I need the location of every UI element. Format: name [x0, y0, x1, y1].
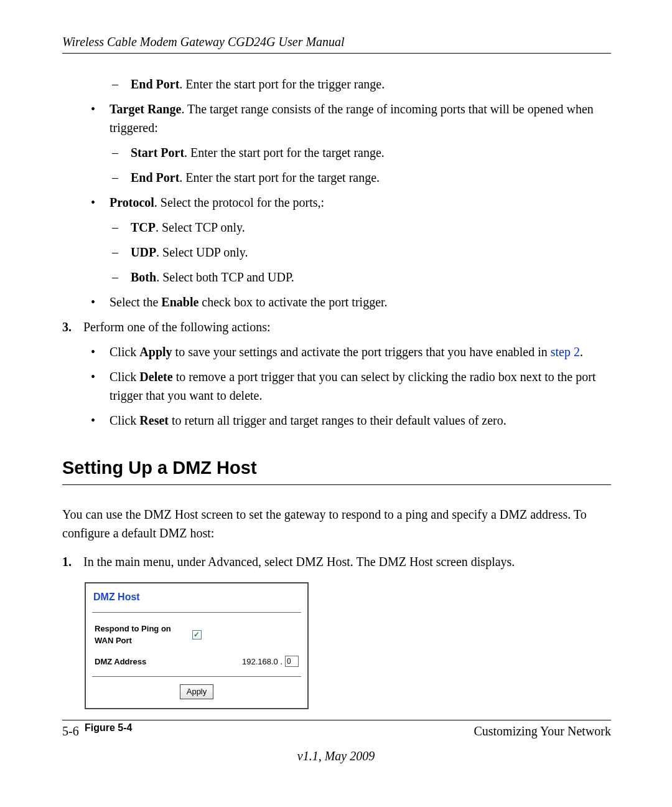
tcp-label: TCP — [131, 220, 156, 234]
screenshot-title: DMZ Host — [86, 583, 307, 608]
dmz-host-screenshot: DMZ Host Respond to Ping on WAN Port ✓ D… — [85, 582, 309, 709]
apply-mid: to save your settings and activate the p… — [172, 345, 551, 359]
sub-bullet-tcp: – TCP. Select TCP only. — [62, 218, 611, 237]
bullet-reset: • Click Reset to return all trigger and … — [62, 411, 611, 430]
dmz-address-value: 192.168.0 . 0 — [242, 656, 299, 668]
sub-bullet-start-port: – Start Port. Enter the start port for t… — [62, 143, 611, 162]
enable-bold: Enable — [161, 295, 198, 309]
start-port-label: Start Port — [131, 146, 184, 159]
end-port-target-text: . Enter the start port for the target ra… — [179, 171, 380, 184]
sub-bullet-end-port-target: – End Port. Enter the start port for the… — [62, 168, 611, 187]
end-port-target-label: End Port — [131, 171, 179, 184]
page-header: Wireless Cable Modem Gateway CGD24G User… — [62, 35, 611, 54]
section-heading-dmz: Setting Up a DMZ Host — [62, 455, 611, 485]
step-1-text: In the main menu, under Advanced, select… — [83, 552, 515, 571]
bullet-delete: • Click Delete to remove a port trigger … — [62, 367, 611, 405]
end-port-trigger-text: . Enter the start port for the trigger r… — [179, 77, 385, 91]
reset-bold: Reset — [139, 413, 169, 427]
screenshot-divider — [92, 612, 301, 613]
page-footer: 5-6 Customizing Your Network — [62, 720, 611, 739]
target-range-label: Target Range — [110, 102, 181, 116]
main-content: – End Port. Enter the start port for the… — [62, 75, 611, 735]
apply-suffix: . — [580, 345, 583, 359]
start-port-text: . Enter the start port for the target ra… — [184, 146, 385, 159]
intro-paragraph: You can use the DMZ Host screen to set t… — [62, 505, 611, 542]
step-3-text: Perform one of the following actions: — [83, 318, 271, 336]
udp-label: UDP — [131, 245, 156, 259]
delete-bold: Delete — [139, 370, 172, 384]
protocol-label: Protocol — [110, 196, 154, 209]
apply-button[interactable]: Apply — [180, 684, 214, 699]
udp-text: . Select UDP only. — [156, 245, 248, 259]
respond-to-ping-checkbox[interactable]: ✓ — [192, 630, 202, 639]
apply-bold: Apply — [139, 345, 172, 359]
step-1: 1. In the main menu, under Advanced, sel… — [62, 552, 611, 571]
chapter-name: Customizing Your Network — [474, 724, 611, 739]
respond-to-ping-row: Respond to Ping on WAN Port ✓ — [86, 623, 307, 647]
dmz-address-label: DMZ Address — [95, 656, 242, 668]
screenshot-divider-2 — [92, 676, 301, 677]
sub-bullet-end-port-trigger: – End Port. Enter the start port for the… — [62, 75, 611, 93]
protocol-text: . Select the protocol for the ports,: — [154, 196, 324, 209]
version-footer: v1.1, May 2009 — [0, 749, 672, 763]
step-3-number: 3. — [62, 318, 83, 336]
ip-prefix: 192.168.0 . — [242, 656, 282, 668]
reset-prefix: Click — [110, 413, 139, 427]
reset-suffix: to return all trigger and target ranges … — [169, 413, 506, 427]
bullet-target-range: • Target Range. The target range consist… — [62, 100, 611, 137]
step2-link[interactable]: step 2 — [551, 345, 580, 359]
bullet-apply: • Click Apply to save your settings and … — [62, 342, 611, 361]
dmz-address-row: DMZ Address 192.168.0 . 0 — [86, 656, 307, 668]
tcp-text: . Select TCP only. — [156, 220, 245, 234]
step-1-number: 1. — [62, 552, 83, 571]
enable-suffix: check box to activate the port trigger. — [198, 295, 387, 309]
dmz-last-octet-input[interactable]: 0 — [285, 656, 299, 667]
end-port-trigger-label: End Port — [131, 77, 179, 91]
apply-prefix: Click — [110, 345, 139, 359]
respond-to-ping-label: Respond to Ping on WAN Port — [95, 623, 192, 647]
bullet-enable: • Select the Enable check box to activat… — [62, 293, 611, 311]
delete-suffix: to remove a port trigger that you can se… — [110, 370, 595, 402]
page-number: 5-6 — [62, 724, 79, 739]
apply-row: Apply — [86, 683, 307, 708]
both-label: Both — [131, 270, 156, 284]
step-3: 3. Perform one of the following actions: — [62, 318, 611, 336]
both-text: . Select both TCP and UDP. — [156, 270, 294, 284]
target-range-text: . The target range consists of the range… — [110, 102, 594, 134]
sub-bullet-udp: – UDP. Select UDP only. — [62, 243, 611, 262]
sub-bullet-both: – Both. Select both TCP and UDP. — [62, 268, 611, 286]
delete-prefix: Click — [110, 370, 139, 384]
bullet-protocol: • Protocol. Select the protocol for the … — [62, 193, 611, 212]
enable-prefix: Select the — [110, 295, 161, 309]
